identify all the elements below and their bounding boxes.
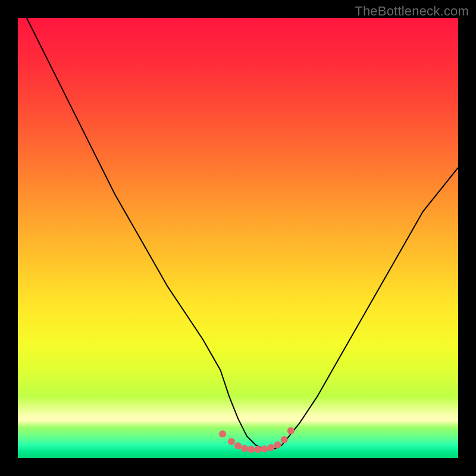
valley-marker <box>281 436 288 443</box>
valley-marker <box>274 441 281 449</box>
valley-marker <box>261 446 268 453</box>
valley-marker <box>248 446 255 453</box>
plot-area <box>18 18 458 458</box>
valley-marker <box>254 446 261 453</box>
valley-marker <box>241 445 248 452</box>
chart-frame: TheBottleneck.com <box>0 0 476 476</box>
gradient-background <box>18 18 458 458</box>
valley-marker <box>219 430 226 437</box>
valley-marker <box>234 442 242 449</box>
valley-marker <box>228 438 235 445</box>
valley-marker <box>268 444 275 451</box>
valley-marker <box>287 427 295 434</box>
bottleneck-chart <box>18 18 458 458</box>
watermark-text: TheBottleneck.com <box>355 4 469 19</box>
